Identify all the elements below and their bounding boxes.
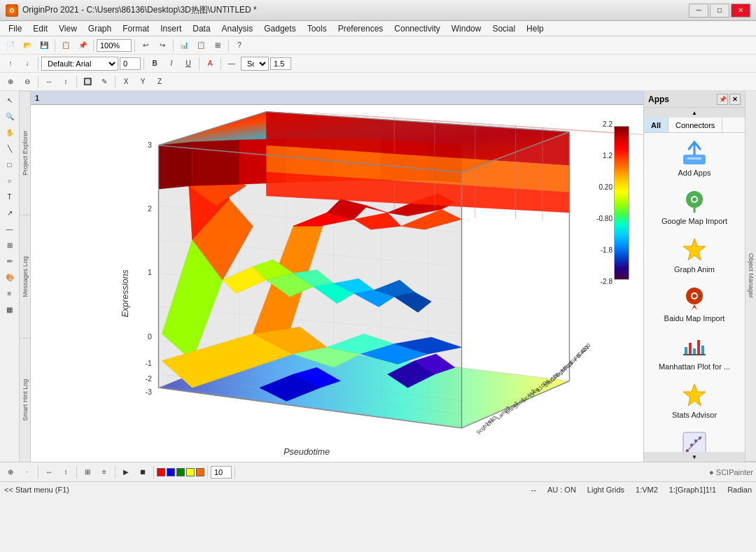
menu-help[interactable]: Help [521, 22, 550, 35]
table-btn[interactable]: 📋 [193, 38, 209, 53]
graph-btn[interactable]: 📊 [176, 38, 192, 53]
color-swatch-red[interactable] [157, 468, 165, 476]
menu-preferences[interactable]: Preferences [332, 22, 389, 35]
color-swatch-blue[interactable] [167, 468, 175, 476]
lt-zoom[interactable]: 🔍 [1, 108, 18, 124]
apps-scroll-down[interactable]: ▼ [644, 452, 745, 462]
lt-text[interactable]: T [1, 189, 18, 204]
undo-btn[interactable]: ↩ [138, 38, 153, 53]
font-size-input[interactable] [120, 57, 141, 70]
app-item-google-map[interactable]: Google Map Import [647, 184, 742, 229]
tb3-btn1[interactable]: ⊕ [3, 74, 18, 90]
tb3-btn9[interactable]: Z [152, 74, 167, 90]
copy-btn[interactable]: 📋 [58, 38, 74, 53]
menu-file[interactable]: File [3, 22, 27, 35]
lt-arrow[interactable]: ↗ [1, 205, 18, 220]
zoom-input[interactable] [97, 39, 132, 52]
line-width-input[interactable] [270, 57, 291, 70]
lt-pan[interactable]: ✋ [1, 125, 18, 140]
bold-btn[interactable]: B [147, 56, 162, 71]
menu-insert[interactable]: Insert [155, 22, 187, 35]
menu-graph[interactable]: Graph [83, 22, 117, 35]
close-button[interactable]: ✕ [731, 3, 750, 17]
svg-text:1: 1 [148, 268, 152, 276]
underline-btn[interactable]: U [181, 56, 196, 71]
project-explorer-label[interactable]: Project Explorer [20, 91, 30, 215]
bt-btn3[interactable]: ↔ [41, 465, 57, 480]
start-menu-hint[interactable]: << Start menu (F1) [4, 486, 526, 494]
apps-scroll-up[interactable]: ▲ [644, 108, 745, 118]
app-item-baidu-map[interactable]: Baidu Map Import [647, 281, 742, 327]
app-item-graph-anim[interactable]: Graph Anim [647, 232, 742, 278]
lt-line[interactable]: — [1, 221, 18, 236]
app-item-simple-fit[interactable]: Simple Fit [647, 426, 742, 452]
app-item-manhattan-plot[interactable]: Manhattan Plot for ... [647, 330, 742, 375]
color-swatch-orange[interactable] [196, 468, 204, 476]
color-swatch-green[interactable] [176, 468, 185, 476]
open-btn[interactable]: 📂 [20, 38, 35, 53]
bt-btn5[interactable]: ⊞ [80, 465, 95, 480]
lt-style1[interactable]: ≡ [1, 285, 18, 301]
apps-pin-btn[interactable]: 📌 [717, 94, 728, 105]
menu-social[interactable]: Social [486, 22, 521, 35]
color-btn[interactable]: A [202, 56, 218, 71]
tab-all[interactable]: All [644, 118, 668, 132]
bt-btn1[interactable]: ⊕ [3, 465, 18, 480]
bottom-value-input[interactable] [211, 466, 232, 479]
line-btn[interactable]: — [224, 56, 239, 71]
apps-close-btn[interactable]: ✕ [729, 94, 741, 105]
tb3-btn7[interactable]: X [118, 74, 134, 90]
italic-btn[interactable]: I [164, 56, 179, 71]
sep7 [144, 57, 144, 70]
menu-window[interactable]: Window [446, 22, 487, 35]
font-select[interactable]: Default: Arial [41, 57, 118, 71]
paste-btn[interactable]: 📌 [75, 38, 90, 53]
menu-tools[interactable]: Tools [302, 22, 332, 35]
plot-canvas[interactable]: 2.2 1.2 0.20 -0.80 -1.8 -2.8 [31, 105, 643, 462]
line-width-select[interactable]: Sol [241, 57, 269, 71]
object-manager-label[interactable]: Object Manager [746, 91, 756, 462]
tb3-btn8[interactable]: Y [135, 74, 150, 90]
bt-btn8[interactable]: ⏹ [135, 465, 150, 480]
lt-draw3[interactable]: ○ [1, 173, 18, 188]
lt-annotate[interactable]: ✏ [1, 253, 18, 269]
lt-draw1[interactable]: ╲ [1, 141, 18, 156]
app-item-stats-advisor[interactable]: Stats Advisor [647, 378, 742, 423]
tb3-btn4[interactable]: ↕ [58, 74, 74, 90]
messages-log-label[interactable]: Messages Log [20, 215, 30, 339]
help-btn2[interactable]: ? [232, 38, 247, 53]
bt-btn2[interactable]: · [20, 465, 35, 480]
matrix-btn[interactable]: ⊞ [210, 38, 225, 53]
redo-btn[interactable]: ↪ [155, 38, 170, 53]
maximize-button[interactable]: □ [710, 3, 729, 17]
menu-edit[interactable]: Edit [27, 22, 53, 35]
lt-pointer[interactable]: ↖ [1, 92, 18, 108]
lt-draw2[interactable]: □ [1, 157, 18, 172]
lt-region[interactable]: ⊞ [1, 237, 18, 253]
save-btn[interactable]: 💾 [36, 38, 52, 53]
menu-view[interactable]: View [53, 22, 83, 35]
tb3-btn5[interactable]: 🔲 [80, 74, 95, 90]
lt-style2[interactable]: ▦ [1, 302, 18, 317]
tb3-btn6[interactable]: ✎ [97, 74, 112, 90]
menu-connectivity[interactable]: Connectivity [388, 22, 445, 35]
bt-btn7[interactable]: ▶ [118, 465, 134, 480]
color-swatch-yellow[interactable] [186, 468, 195, 476]
menu-format[interactable]: Format [117, 22, 155, 35]
tab-connectors[interactable]: Connectors [668, 118, 722, 132]
bottom-toolbar: ⊕ · ↔ ↕ ⊞ ≡ ▶ ⏹ ● SCIPainter [0, 462, 756, 481]
menu-analysis[interactable]: Analysis [216, 22, 259, 35]
smart-hint-label[interactable]: Smart Hint Log [20, 338, 30, 462]
menu-data[interactable]: Data [187, 22, 216, 35]
new-btn[interactable]: 📄 [3, 38, 18, 53]
lt-color[interactable]: 🎨 [1, 269, 18, 285]
bt-btn6[interactable]: ≡ [97, 465, 112, 480]
app-item-add-apps[interactable]: Add Apps [647, 136, 742, 181]
bt-btn4[interactable]: ↕ [58, 465, 74, 480]
tb2-btn1[interactable]: ↑ [3, 56, 18, 71]
tb3-btn3[interactable]: ↔ [41, 74, 57, 90]
tb3-btn2[interactable]: ⊖ [20, 74, 35, 90]
tb2-btn2[interactable]: ↓ [20, 56, 35, 71]
minimize-button[interactable]: ─ [689, 3, 708, 17]
menu-gadgets[interactable]: Gadgets [258, 22, 301, 35]
